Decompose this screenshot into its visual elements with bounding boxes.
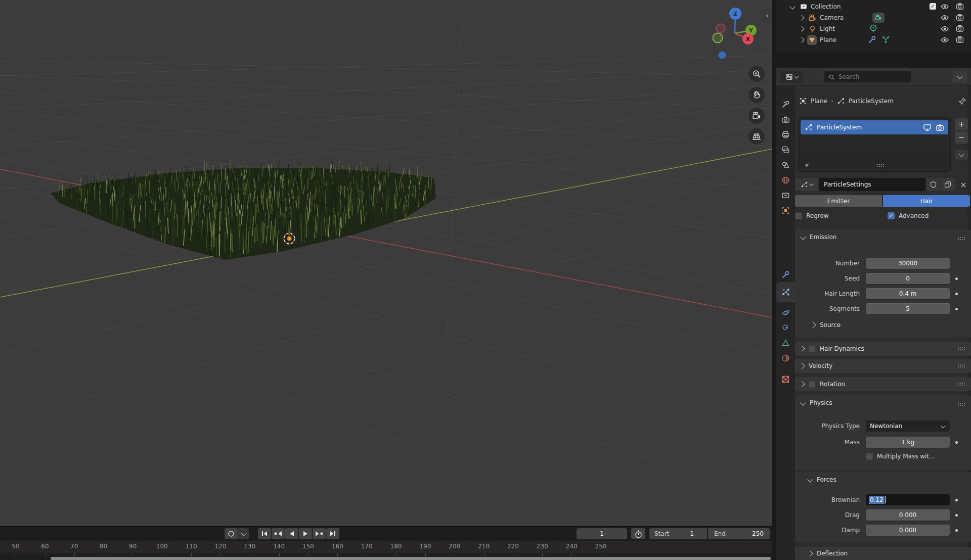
- animate-dot-icon[interactable]: [955, 277, 958, 280]
- breadcrumb-data[interactable]: ParticleSystem: [849, 98, 894, 105]
- outliner-label[interactable]: Collection: [811, 3, 841, 10]
- tab-render[interactable]: [776, 112, 795, 127]
- camera-view-button[interactable]: [748, 108, 765, 124]
- pin-icon[interactable]: [958, 97, 966, 106]
- editor-type-button[interactable]: [780, 71, 803, 83]
- outliner-properties-splitter[interactable]: [776, 53, 971, 68]
- next-keyframe-button[interactable]: [313, 528, 326, 539]
- auto-keying-button[interactable]: [225, 528, 238, 539]
- editor-divider[interactable]: [772, 0, 776, 560]
- animate-dot-icon[interactable]: [955, 514, 958, 517]
- drag-grip-icon[interactable]: [957, 364, 965, 368]
- play-button[interactable]: [299, 528, 312, 539]
- type-emitter-button[interactable]: Emitter: [795, 195, 882, 207]
- light-data-icon[interactable]: [869, 24, 878, 34]
- animate-dot-icon[interactable]: [955, 308, 958, 310]
- advanced-toggle[interactable]: ✓ Advanced: [888, 212, 929, 219]
- deflection-panel-header[interactable]: Deflection: [795, 547, 971, 560]
- regrow-checkbox[interactable]: [795, 212, 802, 219]
- frame-end-field[interactable]: End 250: [708, 528, 770, 539]
- timeline-editor[interactable]: 1 Start 1 End 250 5060708090100110120130…: [0, 526, 772, 560]
- outliner-label[interactable]: Plane: [820, 36, 836, 43]
- hair-dynamics-panel-header[interactable]: Hair Dynamics: [795, 342, 971, 356]
- axis-neg-x-ball[interactable]: [717, 24, 725, 33]
- hair-length-field[interactable]: 0.4 m: [866, 288, 950, 299]
- outliner-label[interactable]: Camera: [820, 14, 844, 21]
- fake-user-button[interactable]: [926, 178, 940, 191]
- pan-button[interactable]: [748, 87, 765, 103]
- segments-field[interactable]: 5: [866, 303, 950, 314]
- play-reverse-button[interactable]: [285, 528, 298, 539]
- tab-texture[interactable]: [776, 371, 795, 387]
- search-input[interactable]: Search: [824, 71, 911, 82]
- frame-start-field[interactable]: Start 1: [649, 528, 707, 539]
- tab-particles[interactable]: [776, 282, 795, 302]
- physics-type-dropdown[interactable]: Newtonian: [866, 421, 950, 432]
- particles-data-icon[interactable]: [881, 35, 890, 44]
- velocity-panel-header[interactable]: Velocity: [795, 359, 971, 373]
- animate-dot-icon[interactable]: [955, 293, 958, 295]
- render-camera-icons[interactable]: [955, 1, 964, 45]
- rotation-checkbox[interactable]: [809, 381, 815, 388]
- chevron-down-icon[interactable]: [789, 4, 795, 9]
- outliner-editor[interactable]: Collection ✓ Camera: [776, 0, 971, 53]
- tab-view-layer[interactable]: [776, 142, 795, 157]
- add-particle-system-button[interactable]: +: [955, 118, 968, 130]
- zoom-button[interactable]: [748, 66, 765, 82]
- outliner-label[interactable]: Light: [820, 25, 835, 32]
- remove-particle-system-button[interactable]: −: [955, 131, 968, 144]
- type-hair-button[interactable]: Hair: [883, 195, 970, 207]
- drag-grip-icon[interactable]: [957, 347, 965, 351]
- tab-constraints[interactable]: [776, 320, 795, 335]
- axis-neg-z-ball[interactable]: [719, 52, 726, 59]
- timeline-ruler[interactable]: 5060708090100110120130140150160170180190…: [0, 541, 772, 553]
- hide-eye-icons[interactable]: [940, 1, 949, 45]
- number-field[interactable]: 30000: [866, 258, 950, 269]
- chevron-right-icon[interactable]: [799, 37, 804, 42]
- object-icon[interactable]: [799, 97, 807, 105]
- axis-neg-y-ball[interactable]: [713, 33, 723, 43]
- viewport-display-icon[interactable]: [923, 124, 932, 131]
- collection-checkbox[interactable]: ✓: [930, 3, 936, 10]
- unlink-button[interactable]: ×: [957, 178, 970, 191]
- seed-field[interactable]: 0: [866, 273, 950, 284]
- prev-keyframe-button[interactable]: [272, 528, 285, 539]
- tab-scene[interactable]: [776, 157, 795, 172]
- tab-output[interactable]: [776, 127, 795, 142]
- hair-dynamics-checkbox[interactable]: [809, 346, 815, 352]
- tab-material[interactable]: [776, 350, 795, 365]
- multiply-mass-checkbox[interactable]: [866, 453, 873, 460]
- current-frame-field[interactable]: 1: [577, 528, 627, 539]
- mass-field[interactable]: 1 kg: [866, 437, 950, 448]
- chevron-right-icon[interactable]: [799, 26, 804, 31]
- drag-grip-icon[interactable]: [957, 402, 965, 406]
- modifier-icon[interactable]: [868, 35, 876, 44]
- tab-world[interactable]: [776, 172, 795, 188]
- drag-grip-icon[interactable]: [957, 237, 965, 241]
- view-axis-gizmo[interactable]: Z Y X: [708, 3, 767, 64]
- brownian-field-editing[interactable]: 0.12: [866, 494, 950, 505]
- multiply-mass-toggle[interactable]: Multiply Mass wit...: [866, 453, 935, 460]
- source-subpanel-header[interactable]: Source: [811, 321, 841, 329]
- animate-dot-icon[interactable]: [955, 499, 958, 501]
- animate-dot-icon[interactable]: [955, 441, 958, 444]
- regrow-toggle[interactable]: Regrow: [795, 212, 829, 219]
- particle-system-list[interactable]: ParticleSystem: [798, 117, 951, 172]
- tab-physics[interactable]: [776, 305, 795, 320]
- drag-field[interactable]: 0.000: [866, 509, 950, 521]
- physics-header[interactable]: Physics: [801, 399, 832, 406]
- rotation-panel-header[interactable]: Rotation: [795, 377, 971, 391]
- render-enable-icon[interactable]: [936, 124, 944, 131]
- properties-options-button[interactable]: [953, 71, 967, 82]
- tab-modifiers[interactable]: [776, 267, 795, 282]
- advanced-checkbox[interactable]: ✓: [888, 212, 895, 219]
- tab-object-data[interactable]: [776, 335, 795, 350]
- particle-system-list-item[interactable]: ParticleSystem: [801, 120, 948, 134]
- list-filter-row[interactable]: [799, 159, 950, 171]
- use-preview-range-button[interactable]: [631, 528, 645, 539]
- jump-to-start-button[interactable]: [258, 528, 271, 539]
- tab-object[interactable]: [776, 203, 795, 218]
- ortho-toggle-button[interactable]: [748, 128, 765, 145]
- viewport-3d[interactable]: Z Y X: [0, 0, 772, 526]
- breadcrumb-object[interactable]: Plane: [811, 98, 827, 105]
